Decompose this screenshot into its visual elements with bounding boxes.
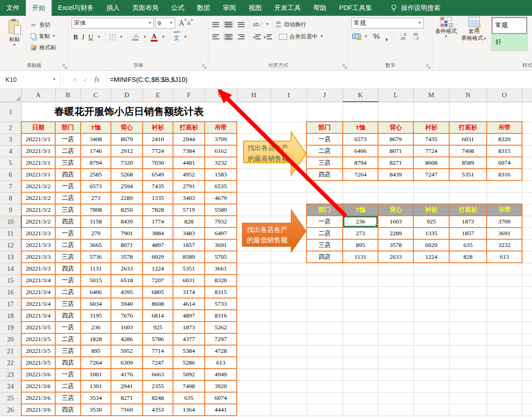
grid-cell[interactable]: 8608 <box>413 157 449 169</box>
grid-cell[interactable]: 6518 <box>111 275 143 286</box>
grid-cell[interactable]: 1364 <box>173 404 205 416</box>
grid-cell[interactable]: 20221/3/4 <box>21 310 55 322</box>
grid-cell[interactable] <box>449 322 487 333</box>
grid-cell[interactable]: 1873 <box>449 216 487 227</box>
grid-cell[interactable] <box>522 275 532 286</box>
column-header-M[interactable]: M <box>413 89 449 102</box>
font-size-select[interactable]: 9▼ <box>155 18 175 28</box>
grid-cell[interactable]: 3578 <box>378 239 413 251</box>
grid-cell[interactable] <box>307 322 343 333</box>
grid-cell[interactable]: 6029 <box>413 239 449 251</box>
grid-cell[interactable]: 3483 <box>173 227 205 239</box>
grid-cell[interactable]: 7828 <box>143 204 173 216</box>
grid-cell[interactable]: 7932 <box>205 216 237 227</box>
grid-cell[interactable] <box>413 263 449 275</box>
grid-cell[interactable]: 895 <box>343 239 378 251</box>
grid-cell[interactable]: 8071 <box>111 239 143 251</box>
decrease-decimal-icon[interactable]: .00→.0 <box>412 33 419 41</box>
grid-cell[interactable] <box>237 133 271 145</box>
cut-button[interactable]: ✂ 剪切 <box>30 20 56 30</box>
grid-cell[interactable]: 二店 <box>55 333 81 345</box>
grid-cell[interactable] <box>343 322 378 333</box>
grid-cell[interactable] <box>343 357 378 369</box>
grid-cell[interactable]: 4952 <box>173 169 205 180</box>
grid-cell[interactable] <box>487 404 522 416</box>
tab-search[interactable]: 操作说明搜索 <box>384 0 446 16</box>
row-header-1[interactable]: 1 <box>0 102 21 122</box>
grid-cell[interactable]: 273 <box>343 227 378 239</box>
grid-cell[interactable]: 3174 <box>173 286 205 298</box>
grid-cell[interactable] <box>413 404 449 416</box>
grid-cell[interactable]: 2791 <box>173 180 205 192</box>
grid-cell[interactable]: 2355 <box>143 380 173 392</box>
grid-cell[interactable]: 一店 <box>307 216 343 227</box>
grid-cell[interactable]: 7498 <box>449 145 487 157</box>
grid-cell[interactable] <box>271 204 307 216</box>
cell-style-normal[interactable]: 常规 <box>492 17 527 34</box>
grid-cell[interactable]: 8679 <box>111 133 143 145</box>
chevron-down-icon[interactable]: ▼ <box>444 35 448 38</box>
grid-cell[interactable] <box>487 345 522 357</box>
grid-cell[interactable] <box>307 263 343 275</box>
grid-cell[interactable]: 1301 <box>81 380 111 392</box>
grid-cell[interactable] <box>271 357 307 369</box>
row-header-12[interactable]: 12 <box>0 239 21 251</box>
grid-cell[interactable]: 吊带 <box>205 122 237 133</box>
grid-cell[interactable]: 828 <box>173 216 205 227</box>
increase-decimal-icon[interactable]: ←.0.00 <box>399 33 407 41</box>
tab-developer[interactable]: 开发工具 <box>268 0 307 16</box>
grid-cell[interactable]: 6535 <box>205 180 237 192</box>
grid-cell[interactable] <box>307 298 343 310</box>
grid-cell[interactable]: 20221/3/1 <box>21 145 55 157</box>
grid-cell[interactable]: 一店 <box>55 133 81 145</box>
grid-cell[interactable] <box>307 192 343 204</box>
font-name-select[interactable]: 宋体▼ <box>72 18 154 28</box>
grid-cell[interactable]: 5286 <box>173 357 205 369</box>
grid-cell[interactable] <box>378 286 413 298</box>
italic-button[interactable]: I <box>82 33 84 41</box>
grid-cell[interactable] <box>522 345 532 357</box>
grid-cell[interactable] <box>413 357 449 369</box>
grid-cell[interactable] <box>413 310 449 322</box>
grid-cell[interactable] <box>522 157 532 169</box>
grid-cell[interactable]: 20221/3/4 <box>21 275 55 286</box>
grid-cell[interactable]: 20221/3/2 <box>21 180 55 192</box>
grid-cell[interactable] <box>271 345 307 357</box>
grid-cell[interactable] <box>271 180 307 192</box>
grid-cell[interactable]: 5262 <box>205 322 237 333</box>
column-header-L[interactable]: L <box>378 89 413 102</box>
tab-file[interactable]: 文件 <box>0 0 26 16</box>
grid-cell[interactable] <box>237 263 271 275</box>
grid-cell[interactable] <box>378 345 413 357</box>
chevron-down-icon[interactable]: ▼ <box>364 35 368 38</box>
grid-cell[interactable] <box>522 298 532 310</box>
grid-cell[interactable]: 3920 <box>205 380 237 392</box>
grid-cell[interactable]: 部门 <box>55 122 81 133</box>
chevron-down-icon[interactable]: ▼ <box>53 78 56 81</box>
grid-cell[interactable]: T恤 <box>81 122 111 133</box>
grid-cell[interactable]: 吊带 <box>487 122 522 133</box>
grid-cell[interactable] <box>522 204 532 216</box>
grid-cell[interactable]: 8439 <box>111 216 143 227</box>
grid-cell[interactable]: 打底衫 <box>173 122 205 133</box>
grid-cell[interactable]: 279 <box>81 227 111 239</box>
grid-cell[interactable]: 925 <box>143 322 173 333</box>
grid-cell[interactable] <box>237 298 271 310</box>
grid-cell[interactable]: 四店 <box>55 263 81 275</box>
grid-cell[interactable] <box>413 392 449 404</box>
grid-cell[interactable]: 2410 <box>143 133 173 145</box>
row-header-25[interactable]: 25 <box>0 392 21 404</box>
chevron-down-icon[interactable]: ▼ <box>266 23 269 26</box>
chevron-down-icon[interactable]: ▼ <box>52 34 56 38</box>
grid-cell[interactable]: 8316 <box>487 169 522 180</box>
grid-cell[interactable] <box>522 322 532 333</box>
column-header-E[interactable]: E <box>143 89 173 102</box>
tab-insert[interactable]: 插入 <box>100 0 126 16</box>
enter-icon[interactable]: ✓ <box>83 76 88 83</box>
grid-cell[interactable] <box>271 122 307 133</box>
grid-cell[interactable]: 7320 <box>111 157 143 169</box>
grid-cell[interactable] <box>378 380 413 392</box>
grid-cell[interactable] <box>487 369 522 380</box>
grid-cell[interactable]: 3232 <box>205 157 237 169</box>
grid-cell[interactable] <box>237 204 271 216</box>
